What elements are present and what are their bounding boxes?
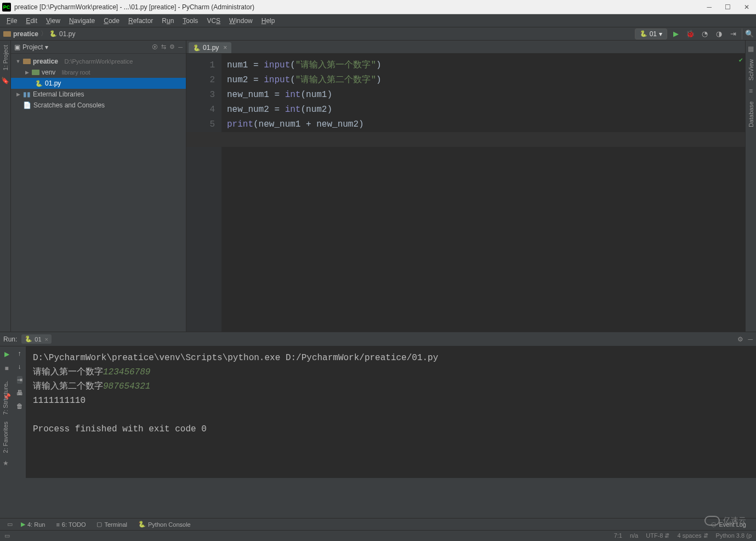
project-tool-window: ▣Project ▾ ⦿ ⇆ ⚙ ─ ▼ preatice D:\Pycharm… bbox=[11, 41, 186, 332]
code-content[interactable]: num1 = input("请输入第一个数字") num2 = input("请… bbox=[221, 54, 745, 332]
bookmark-icon[interactable]: 🔖 bbox=[1, 77, 9, 84]
console-output[interactable]: D:\PycharmWork\preatice\venv\Scripts\pyt… bbox=[26, 346, 756, 478]
left-rail-lower: 7: Structure 2: Favorites ★ bbox=[0, 384, 11, 467]
menu-help[interactable]: Help bbox=[257, 16, 280, 26]
cursor-position[interactable]: 7:1 bbox=[614, 532, 622, 539]
menu-view[interactable]: View bbox=[42, 16, 65, 26]
bottom-tab-python-console[interactable]: 🐍Python Console bbox=[133, 521, 196, 528]
breadcrumb-file[interactable]: 01.py bbox=[59, 30, 75, 38]
debug-button[interactable]: 🐞 bbox=[685, 29, 696, 39]
trash-button[interactable]: 🗑 bbox=[16, 402, 23, 410]
chevron-right-icon: ▶ bbox=[24, 70, 30, 75]
search-everywhere-button[interactable]: 🔍 bbox=[742, 29, 753, 39]
profile-button[interactable]: ◑ bbox=[713, 29, 724, 39]
title-bar: PC preatice [D:\PycharmWork\preatice] - … bbox=[0, 0, 756, 14]
grid-icon[interactable]: ▦ bbox=[748, 45, 754, 53]
right-tool-rail: ▦ SciView ≡ Database bbox=[745, 41, 756, 332]
star-icon[interactable]: ★ bbox=[3, 459, 9, 467]
bottom-tab-terminal[interactable]: ▢Terminal bbox=[91, 521, 133, 528]
inspection-ok-icon[interactable]: ✔ bbox=[739, 56, 743, 64]
menu-refactor[interactable]: Refactor bbox=[124, 16, 157, 26]
tree-external-libs[interactable]: ▶ ▮▮ External Libraries bbox=[11, 89, 186, 100]
rerun-button[interactable]: ▶ bbox=[2, 350, 11, 358]
tab-name: 01.py bbox=[203, 44, 219, 52]
hide-run-icon[interactable]: ─ bbox=[748, 335, 753, 343]
root-name: preatice bbox=[33, 58, 58, 65]
bottom-tab-run[interactable]: ▶4: Run bbox=[15, 521, 50, 528]
menu-tools[interactable]: Tools bbox=[178, 16, 202, 26]
python-file-icon: 🐍 bbox=[49, 30, 57, 37]
maximize-button[interactable]: ☐ bbox=[725, 3, 731, 11]
menu-code[interactable]: Code bbox=[99, 16, 124, 26]
tree-file-01py[interactable]: 🐍 01.py bbox=[11, 78, 186, 89]
toolwin-toggle-icon[interactable]: ▭ bbox=[4, 521, 15, 528]
run-config-selector[interactable]: 🐍 01 ▾ bbox=[635, 29, 667, 39]
python-file-icon: 🐍 bbox=[193, 44, 201, 52]
tree-root[interactable]: ▼ preatice D:\PycharmWork\preatice bbox=[11, 56, 186, 67]
menu-window[interactable]: Window bbox=[225, 16, 257, 26]
attach-button[interactable]: ⇥ bbox=[727, 29, 738, 39]
tree-venv[interactable]: ▶ venv library root bbox=[11, 67, 186, 78]
run-config-name: 01 bbox=[650, 30, 657, 38]
sidebar-tab-structure[interactable]: 7: Structure bbox=[2, 384, 9, 415]
locate-icon[interactable]: ⦿ bbox=[152, 44, 158, 50]
run-settings-icon[interactable]: ⚙ bbox=[737, 335, 743, 343]
menu-navigate[interactable]: Navigate bbox=[65, 16, 99, 26]
sidebar-tab-sciview[interactable]: SciView bbox=[748, 59, 754, 81]
run-button[interactable]: ▶ bbox=[670, 29, 681, 39]
python-file-icon: 🐍 bbox=[35, 80, 43, 87]
chevron-right-icon: ▶ bbox=[15, 92, 21, 97]
down-button[interactable]: ↓ bbox=[18, 363, 21, 371]
file-name: 01.py bbox=[45, 79, 61, 87]
wrap-button[interactable]: ⇥ bbox=[17, 376, 22, 384]
menu-run[interactable]: Run bbox=[157, 16, 178, 26]
scratch-icon: 📄 bbox=[23, 101, 31, 109]
minimize-button[interactable]: ─ bbox=[707, 3, 712, 11]
editor-tab[interactable]: 🐍 01.py × bbox=[189, 42, 231, 53]
scratch-label: Scratches and Consoles bbox=[33, 101, 105, 109]
bottom-tab-todo[interactable]: ≡6: TODO bbox=[50, 521, 91, 528]
coverage-button[interactable]: ◔ bbox=[699, 29, 710, 39]
status-na: n/a bbox=[630, 532, 638, 539]
ext-lib-label: External Libraries bbox=[33, 90, 84, 98]
close-run-tab-icon[interactable]: × bbox=[45, 336, 48, 343]
close-button[interactable]: ✕ bbox=[744, 3, 749, 11]
close-tab-icon[interactable]: × bbox=[223, 44, 227, 52]
interpreter[interactable]: Python 3.8 (p bbox=[716, 532, 752, 539]
toolwin-icon[interactable]: ▭ bbox=[4, 532, 10, 539]
bottom-tool-bar: ▭ ▶4: Run ≡6: TODO ▢Terminal 🐍Python Con… bbox=[0, 518, 756, 530]
watermark: 亿速云 bbox=[704, 516, 746, 526]
menu-vcs[interactable]: VCS bbox=[202, 16, 225, 26]
left-tool-rail: 1: Project 🔖 bbox=[0, 41, 11, 332]
python-icon: 🐍 bbox=[640, 30, 647, 37]
print-button[interactable]: 🖶 bbox=[16, 389, 23, 397]
settings-icon[interactable]: ⚙ bbox=[169, 43, 175, 50]
run-tab[interactable]: 🐍 01 × bbox=[21, 334, 52, 344]
stop-button[interactable]: ■ bbox=[2, 364, 11, 373]
up-button[interactable]: ↑ bbox=[18, 350, 21, 357]
project-panel-title[interactable]: Project bbox=[22, 43, 43, 51]
venv-name: venv bbox=[42, 69, 55, 76]
chevron-down-icon[interactable]: ▾ bbox=[45, 43, 48, 51]
venv-tag: library root bbox=[62, 69, 90, 76]
sidebar-tab-project[interactable]: 1: Project bbox=[2, 45, 9, 70]
database-icon[interactable]: ≡ bbox=[749, 87, 753, 95]
expand-all-icon[interactable]: ⇆ bbox=[161, 43, 166, 50]
tree-scratches[interactable]: 📄 Scratches and Consoles bbox=[11, 100, 186, 111]
chevron-down-icon: ▼ bbox=[15, 59, 21, 64]
indent[interactable]: 4 spaces ⇵ bbox=[677, 532, 708, 539]
sidebar-tab-database[interactable]: Database bbox=[748, 101, 754, 127]
folder-icon bbox=[23, 59, 31, 64]
current-line-highlight bbox=[186, 132, 745, 147]
project-scope-icon: ▣ bbox=[14, 43, 20, 51]
folder-icon bbox=[32, 70, 39, 75]
status-bar: ▭ 7:1 n/a UTF-8 ⇵ 4 spaces ⇵ Python 3.8 … bbox=[0, 530, 756, 541]
menu-edit[interactable]: Edit bbox=[21, 16, 42, 26]
run-tool-window: Run: 🐍 01 × ⚙ ─ ▶ ■ ⫞ 📌 ↑ ↓ ⇥ 🖶 🗑 D:\Pyc… bbox=[0, 332, 756, 478]
encoding[interactable]: UTF-8 ⇵ bbox=[646, 532, 669, 539]
breadcrumb-project[interactable]: preatice bbox=[13, 30, 38, 38]
menu-file[interactable]: File bbox=[2, 16, 21, 26]
sidebar-tab-favorites[interactable]: 2: Favorites bbox=[2, 422, 9, 453]
hide-panel-icon[interactable]: ─ bbox=[178, 44, 183, 50]
code-editor[interactable]: 123456 num1 = input("请输入第一个数字") num2 = i… bbox=[186, 54, 745, 332]
